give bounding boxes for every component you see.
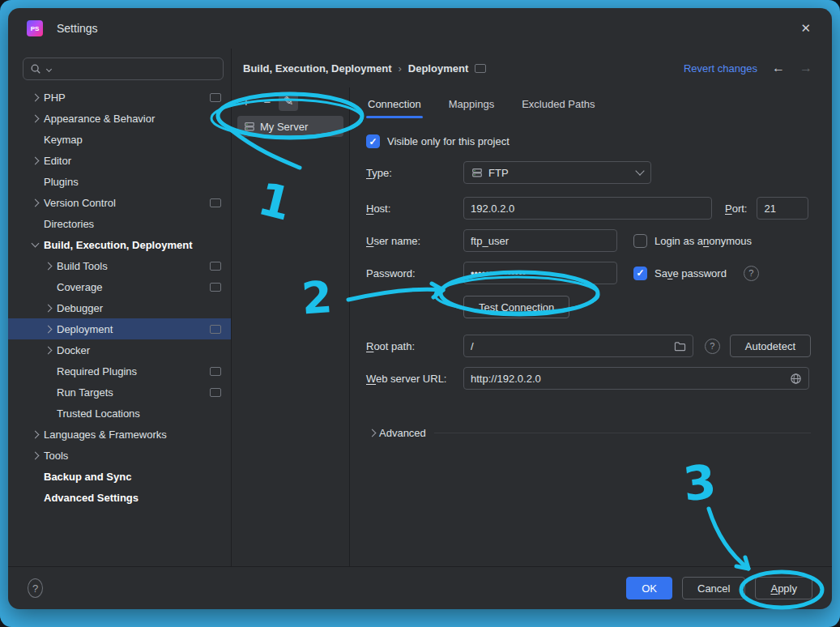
dialog-footer: ? OK Cancel Apply: [8, 566, 832, 609]
sidebar-item-version-control[interactable]: Version Control: [8, 192, 231, 213]
breadcrumb-parent[interactable]: Build, Execution, Deployment: [243, 62, 391, 75]
monitor-icon: [210, 388, 221, 397]
tab-mappings[interactable]: Mappings: [447, 87, 496, 120]
help-icon[interactable]: ?: [744, 266, 759, 281]
password-field[interactable]: [463, 262, 617, 284]
host-field[interactable]: [463, 197, 712, 220]
chevron-right-icon: [29, 113, 41, 124]
logo-text: PS: [31, 25, 40, 32]
monitor-icon: [210, 367, 221, 376]
help-icon[interactable]: ?: [705, 339, 720, 354]
web-server-url-field-wrap: [463, 367, 809, 390]
sidebar-item-languages-frameworks[interactable]: Languages & Frameworks: [8, 424, 231, 445]
type-label: Type:: [366, 167, 463, 179]
monitor-icon: [475, 64, 486, 73]
section-divider: [434, 433, 811, 433]
server-icon: [244, 121, 255, 132]
revert-changes-link[interactable]: Revert changes: [684, 62, 757, 75]
sidebar-item-editor[interactable]: Editor: [8, 150, 231, 171]
password-label: Password:: [366, 267, 463, 279]
root-path-field-wrap: [463, 335, 693, 357]
user-name-field[interactable]: [463, 229, 617, 252]
help-button[interactable]: ?: [28, 578, 43, 598]
tab-connection[interactable]: Connection: [366, 87, 423, 120]
chevron-right-icon: [42, 302, 53, 314]
sidebar-item-build-tools[interactable]: Build Tools: [8, 255, 231, 276]
sidebar-item-build-execution-deployment[interactable]: Build, Execution, Deployment: [8, 234, 231, 255]
chevron-right-icon: [29, 92, 41, 103]
server-toolbar: + − ✎: [232, 92, 349, 111]
sidebar-item-debugger[interactable]: Debugger: [8, 297, 231, 318]
connection-form: Connection Mappings Excluded Paths Visib…: [350, 87, 832, 566]
test-connection-button[interactable]: Test Connection: [463, 296, 569, 318]
port-field[interactable]: [757, 197, 808, 220]
breadcrumb-separator: ›: [398, 62, 401, 75]
save-password-label: Save password: [655, 267, 727, 279]
server-item-label: My Server: [260, 121, 308, 133]
sidebar-item-run-targets[interactable]: Run Targets: [8, 382, 231, 403]
sidebar-item-php[interactable]: PHP: [8, 87, 231, 108]
forward-arrow-icon[interactable]: →: [799, 61, 812, 75]
settings-dialog: PS Settings ✕ PHP Appearance & Behavior …: [8, 8, 832, 609]
login-anonymous-label: Login as anonymous: [655, 235, 752, 247]
type-select[interactable]: FTP: [463, 161, 651, 184]
monitor-icon: [210, 325, 221, 334]
window-title: Settings: [57, 22, 98, 35]
chevron-down-icon: [635, 166, 644, 175]
sidebar-item-deployment[interactable]: Deployment: [8, 318, 231, 339]
search-input[interactable]: [23, 58, 224, 80]
tab-bar: Connection Mappings Excluded Paths: [366, 87, 811, 120]
chevron-right-icon: [29, 450, 41, 461]
content-header: Build, Execution, Deployment › Deploymen…: [232, 49, 832, 87]
autodetect-button[interactable]: Autodetect: [730, 335, 811, 357]
back-arrow-icon[interactable]: ←: [772, 61, 785, 75]
chevron-right-icon: [366, 428, 377, 439]
host-label: Host:: [366, 203, 463, 215]
chevron-right-icon: [29, 155, 41, 166]
chevron-right-icon: [29, 197, 41, 208]
chevron-down-icon: [45, 63, 52, 75]
chevron-right-icon: [42, 344, 53, 356]
server-icon: [471, 167, 483, 178]
sidebar-item-trusted-locations[interactable]: Trusted Locations: [8, 403, 231, 424]
edit-server-button[interactable]: ✎: [279, 92, 298, 111]
remove-server-button[interactable]: −: [258, 92, 277, 111]
search-icon: [30, 63, 41, 75]
root-path-field[interactable]: [471, 340, 669, 352]
sidebar-item-docker[interactable]: Docker: [8, 339, 231, 360]
visible-only-label: Visible only for this project: [387, 135, 510, 147]
ok-button[interactable]: OK: [626, 577, 672, 599]
visible-only-checkbox[interactable]: [366, 134, 380, 148]
advanced-section-toggle[interactable]: Advanced: [366, 427, 811, 439]
globe-icon[interactable]: [790, 373, 802, 385]
chevron-right-icon: [29, 429, 41, 440]
sidebar-item-required-plugins[interactable]: Required Plugins: [8, 360, 231, 382]
server-list-item[interactable]: My Server: [237, 116, 343, 137]
web-server-url-field[interactable]: [471, 373, 785, 385]
settings-tree: PHP Appearance & Behavior Keymap Editor …: [8, 87, 231, 508]
chevron-right-icon: [42, 260, 53, 271]
folder-icon[interactable]: [674, 341, 686, 352]
save-password-checkbox[interactable]: [633, 267, 647, 280]
sidebar-item-appearance-behavior[interactable]: Appearance & Behavior: [8, 108, 231, 129]
user-name-label: User name:: [366, 235, 463, 247]
server-list-panel: + − ✎ My Server: [232, 87, 350, 566]
port-label: Port:: [725, 203, 747, 215]
breadcrumb: Build, Execution, Deployment › Deploymen…: [243, 62, 486, 75]
breadcrumb-current: Deployment: [408, 62, 468, 75]
apply-button[interactable]: Apply: [755, 577, 812, 599]
monitor-icon: [210, 283, 221, 292]
tab-excluded-paths[interactable]: Excluded Paths: [520, 87, 596, 120]
sidebar-item-advanced-settings[interactable]: Advanced Settings: [8, 487, 231, 508]
sidebar-item-keymap[interactable]: Keymap: [8, 129, 231, 150]
cancel-button[interactable]: Cancel: [682, 577, 745, 599]
add-server-button[interactable]: +: [237, 92, 256, 111]
sidebar-item-tools[interactable]: Tools: [8, 445, 231, 466]
sidebar-item-directories[interactable]: Directories: [8, 213, 231, 234]
sidebar-item-coverage[interactable]: Coverage: [8, 276, 231, 297]
login-anonymous-checkbox[interactable]: [633, 234, 647, 248]
root-path-label: Root path:: [366, 340, 463, 352]
close-button[interactable]: ✕: [797, 19, 814, 37]
sidebar-item-plugins[interactable]: Plugins: [8, 171, 231, 192]
sidebar-item-backup-and-sync[interactable]: Backup and Sync: [8, 466, 231, 487]
